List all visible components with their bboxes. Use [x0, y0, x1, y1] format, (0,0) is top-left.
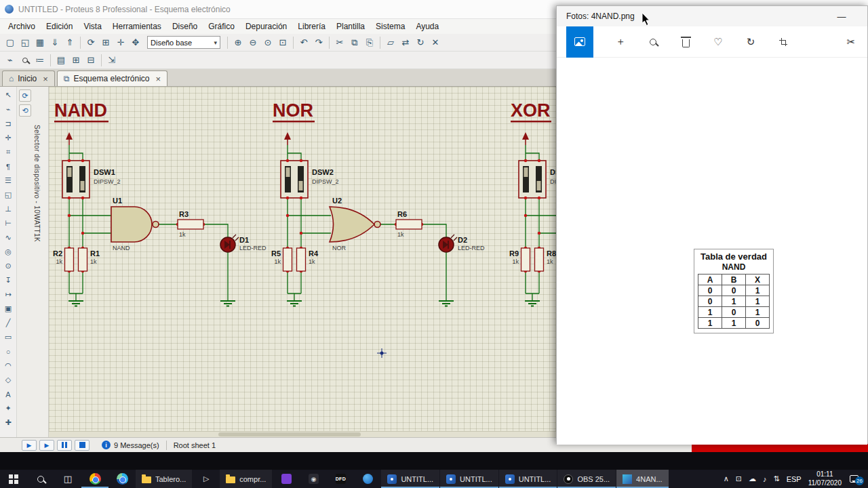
bus-tool-icon[interactable]: ☰: [1, 174, 16, 188]
selection-tool-icon[interactable]: ↖: [1, 88, 16, 102]
export-icon[interactable]: ⇑: [62, 36, 77, 49]
search-button[interactable]: [27, 470, 54, 488]
switch-knob[interactable]: [81, 181, 85, 190]
close-icon[interactable]: ×: [156, 74, 161, 84]
subcircuit-tool-icon[interactable]: ◱: [1, 188, 16, 202]
graph-tool-icon[interactable]: ∿: [1, 230, 16, 245]
menu-item[interactable]: Herramientas: [107, 20, 167, 33]
path-tool-icon[interactable]: ◇: [1, 373, 16, 387]
taskbar-item-photos[interactable]: 4NAN...: [616, 470, 669, 488]
nor-gate[interactable]: [330, 207, 374, 242]
zoom-all-icon[interactable]: ⊙: [260, 36, 275, 49]
undo-icon[interactable]: ↶: [296, 36, 311, 49]
resistor[interactable]: [297, 248, 306, 271]
switch-knob[interactable]: [286, 167, 290, 177]
rotate-icon[interactable]: ↻: [745, 37, 756, 47]
xor-circuit[interactable]: XOR: [509, 100, 556, 306]
ground-symbol[interactable]: [287, 301, 454, 306]
scrollbar-thumb[interactable]: [218, 432, 361, 436]
crop-icon[interactable]: [778, 37, 789, 47]
symbol-tool-icon[interactable]: ✦: [1, 401, 16, 415]
script-tool-icon[interactable]: ¶: [1, 159, 16, 174]
redraw-icon[interactable]: ⟳: [83, 36, 98, 49]
cut-icon[interactable]: ✂: [332, 36, 347, 49]
ground-symbol[interactable]: [525, 301, 540, 306]
add-to-icon[interactable]: ＋: [615, 37, 626, 47]
taskbar-item-proteus-3[interactable]: UNTITL...: [499, 470, 557, 488]
wire-label-tool-icon[interactable]: ⌗: [1, 145, 16, 159]
junction-tool-icon[interactable]: ✛: [1, 131, 16, 145]
new-sheet-icon[interactable]: ⊞: [68, 54, 83, 67]
import-icon[interactable]: ⇓: [47, 36, 62, 49]
browser2-button[interactable]: [108, 470, 136, 488]
message-count[interactable]: 9 Message(s): [114, 441, 159, 449]
menu-item[interactable]: Edición: [41, 20, 78, 33]
cloud-icon[interactable]: ☁: [749, 474, 756, 483]
block-move-icon[interactable]: ⇄: [398, 36, 413, 49]
voltage-probe-tool-icon[interactable]: ↧: [1, 273, 16, 287]
task-view-button[interactable]: ◫: [54, 470, 81, 488]
switch-knob[interactable]: [299, 181, 303, 190]
search-tag-icon[interactable]: [18, 54, 33, 67]
wire-tool-icon[interactable]: ⌁: [1, 102, 16, 117]
minimize-button[interactable]: —: [828, 6, 855, 26]
nand-circuit[interactable]: NAND: [53, 100, 267, 306]
zoom-area-icon[interactable]: ⊡: [275, 36, 290, 49]
ground-symbol[interactable]: [68, 301, 235, 306]
remove-sheet-icon[interactable]: ⊟: [83, 54, 98, 67]
menu-item[interactable]: Plantilla: [331, 20, 370, 33]
line-tool-icon[interactable]: ╱: [1, 316, 16, 330]
menu-item[interactable]: Gráfico: [203, 20, 240, 33]
step-button[interactable]: ▶: [39, 440, 54, 451]
menu-item[interactable]: Archivo: [3, 20, 41, 33]
resistor[interactable]: [79, 248, 87, 271]
start-button[interactable]: [0, 470, 27, 488]
chevron-up-icon[interactable]: ∧: [724, 474, 729, 483]
origin-icon[interactable]: ✛: [113, 36, 128, 49]
resistor[interactable]: [521, 248, 530, 271]
dfd-app-button[interactable]: DFD: [327, 470, 354, 488]
edit-icon[interactable]: ✂: [846, 37, 856, 47]
close-icon[interactable]: ×: [43, 74, 48, 84]
circle-tool-icon[interactable]: ○: [1, 344, 16, 359]
design-explorer-icon[interactable]: ▤: [54, 54, 68, 67]
wire-autoroute-icon[interactable]: ⌁: [3, 54, 18, 67]
goto-sheet-icon[interactable]: ⇲: [104, 54, 119, 67]
paste-icon[interactable]: ⎘: [362, 36, 377, 49]
marker-tool-icon[interactable]: ✚: [1, 415, 16, 430]
pan-icon[interactable]: ✥: [128, 36, 143, 49]
grid-icon[interactable]: ⊞: [98, 36, 113, 49]
property-tool-icon[interactable]: ≔: [33, 54, 47, 67]
resistor[interactable]: [283, 248, 292, 271]
zoom-out-icon[interactable]: ⊖: [245, 36, 260, 49]
notification-center-button[interactable]: 26: [850, 475, 859, 483]
arc-tool-icon[interactable]: ◠: [1, 359, 16, 373]
stop-button[interactable]: [75, 440, 90, 451]
taskbar-item-compr[interactable]: compr...: [220, 470, 272, 488]
see-all-photos-button[interactable]: [566, 26, 593, 58]
menu-item[interactable]: Librería: [292, 20, 331, 33]
taskbar-item-proteus-2[interactable]: UNTITL...: [440, 470, 498, 488]
zoom-icon[interactable]: [648, 37, 658, 47]
sheet-selector[interactable]: Diseño base ▾: [147, 36, 220, 49]
save-file-icon[interactable]: ▦: [33, 36, 47, 49]
camera-app-button[interactable]: ◉: [300, 470, 327, 488]
box-tool-icon[interactable]: ▭: [1, 330, 16, 344]
redo-icon[interactable]: ↷: [311, 36, 326, 49]
menu-item[interactable]: Vista: [78, 20, 106, 33]
rotate-ccw-icon[interactable]: ⟲: [19, 104, 31, 117]
play-button[interactable]: ▶: [22, 440, 37, 451]
tape-tool-icon[interactable]: ◎: [1, 245, 16, 259]
series-resistor[interactable]: [178, 220, 203, 229]
nand-gate[interactable]: [111, 207, 152, 242]
favorite-icon[interactable]: ♡: [713, 37, 724, 47]
current-probe-tool-icon[interactable]: ↦: [1, 287, 16, 302]
series-resistor[interactable]: [396, 220, 422, 229]
tab-inicio[interactable]: ⌂ Inicio ×: [2, 70, 55, 86]
resistor[interactable]: [65, 248, 74, 271]
media-player-button[interactable]: ▷: [193, 470, 220, 488]
tab-esquema-electronico[interactable]: ⧉ Esquema electrónico ×: [57, 70, 167, 86]
new-file-icon[interactable]: ▢: [3, 36, 18, 49]
language-indicator[interactable]: ESP: [787, 475, 802, 483]
menu-item[interactable]: Depuración: [240, 20, 292, 33]
